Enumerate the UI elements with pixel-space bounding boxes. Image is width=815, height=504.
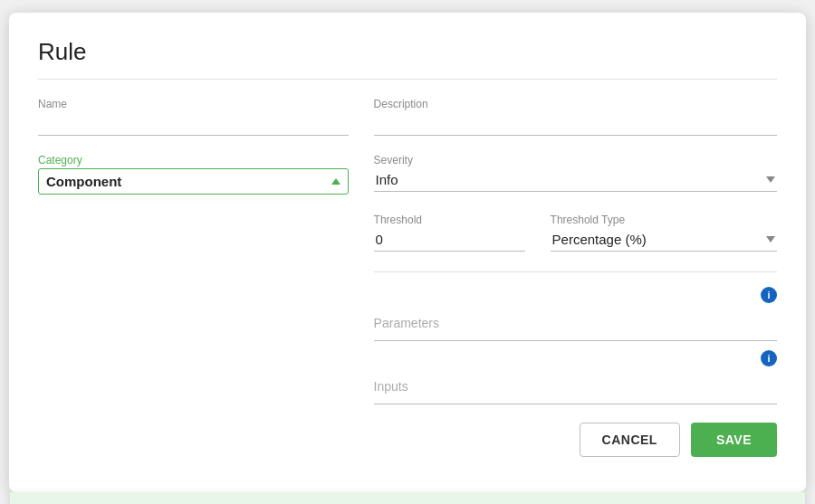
threshold-type-field: Threshold Type Percentage (%) — [551, 214, 777, 252]
category-item-component[interactable]: Component — [10, 492, 805, 505]
parameters-label: Parameters — [374, 316, 777, 330]
threshold-field: Threshold — [374, 214, 525, 252]
top-row: Name Description — [38, 98, 777, 136]
divider-1 — [374, 271, 777, 272]
parameters-info-icon[interactable]: i — [761, 287, 777, 303]
inputs-field: Inputs — [374, 379, 777, 404]
inputs-section: i Inputs — [374, 350, 777, 404]
name-field: Name — [38, 98, 349, 136]
parameters-input[interactable] — [374, 334, 777, 341]
right-section: Severity Info Threshold Threshold Type P… — [374, 154, 777, 404]
severity-field: Severity Info — [374, 154, 777, 192]
inputs-label: Inputs — [374, 379, 777, 394]
threshold-type-arrow-icon — [766, 236, 775, 242]
threshold-input[interactable] — [374, 228, 525, 252]
category-label: Category — [38, 154, 349, 166]
description-label: Description — [374, 98, 777, 110]
rule-dialog: Rule Name Description Category Component… — [9, 13, 806, 492]
severity-dropdown[interactable]: Info — [374, 168, 777, 192]
description-field: Description — [374, 98, 777, 136]
parameters-section: i Parameters — [374, 287, 777, 341]
parameters-info-row: i — [374, 287, 777, 303]
threshold-row: Threshold Threshold Type Percentage (%) — [374, 214, 777, 252]
threshold-type-label: Threshold Type — [551, 214, 777, 226]
name-label: Name — [38, 98, 349, 110]
save-button[interactable]: SAVE — [691, 423, 777, 457]
severity-value: Info — [376, 172, 398, 187]
category-arrow-up-icon — [331, 178, 340, 185]
severity-label: Severity — [374, 154, 777, 166]
dialog-title: Rule — [38, 38, 777, 80]
category-section: Category Component Component Context Con… — [38, 154, 349, 404]
category-dropdown-trigger[interactable]: Component — [38, 168, 349, 195]
threshold-type-value: Percentage (%) — [552, 232, 647, 247]
inputs-info-row: i — [374, 350, 777, 366]
severity-arrow-down-icon — [766, 176, 775, 183]
parameters-field: Parameters — [374, 316, 777, 341]
category-selected-value: Component — [46, 174, 121, 189]
dialog-footer: CANCEL SAVE — [38, 423, 777, 457]
main-row: Category Component Component Context Con… — [38, 154, 777, 404]
description-input[interactable] — [374, 112, 777, 136]
inputs-info-icon[interactable]: i — [761, 350, 777, 366]
threshold-type-dropdown[interactable]: Percentage (%) — [551, 228, 777, 252]
inputs-input[interactable] — [374, 397, 777, 404]
category-dropdown-list: Component Context Connection Project_Par… — [9, 492, 806, 505]
cancel-button[interactable]: CANCEL — [580, 423, 680, 457]
name-input[interactable] — [38, 112, 349, 136]
threshold-label: Threshold — [374, 214, 525, 226]
